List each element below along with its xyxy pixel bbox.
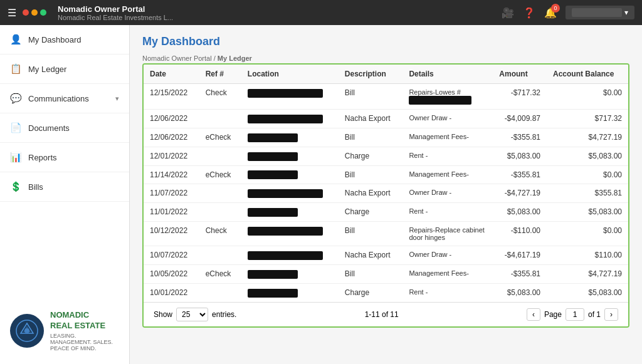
cell-balance: $110.00 [547, 246, 628, 265]
cell-amount: -$4,617.19 [493, 246, 547, 265]
svg-point-3 [24, 328, 29, 333]
cell-date: 11/01/2022 [144, 203, 199, 222]
notification-icon[interactable]: 🔔 0 [544, 7, 557, 19]
table-row: 12/06/2022Nacha ExportOwner Draw --$4,00… [144, 110, 628, 128]
hamburger-icon[interactable]: ☰ [8, 7, 16, 19]
prev-page-button[interactable]: ‹ [527, 308, 540, 321]
col-ref: Ref # [199, 65, 241, 84]
bills-icon: 💲 [10, 181, 22, 192]
logo-svg [16, 320, 38, 342]
sidebar-item-dashboard[interactable]: 👤 My Dashboard [0, 25, 129, 55]
page-title: My Dashboard [142, 35, 629, 48]
cell-balance: $5,083.00 [547, 203, 628, 222]
pagination: ‹ Page of 1 › [527, 308, 618, 321]
cell-description: Nacha Export [339, 110, 403, 128]
logo-text-block: NOMADICREAL ESTATE LEASING. MANAGEMENT. … [50, 310, 119, 351]
documents-icon: 📄 [10, 122, 22, 133]
redacted-details [409, 96, 471, 105]
table-row: 10/01/2022ChargeRent -$5,083.00$5,083.00 [144, 283, 628, 301]
cell-location [241, 165, 339, 184]
sidebar-label-documents: Documents [28, 123, 119, 133]
redacted-location [248, 251, 323, 260]
entries-select[interactable]: 25 50 100 [176, 308, 208, 321]
cell-balance: $4,727.19 [547, 264, 628, 283]
breadcrumb-portal: Nomadic Owner Portal [142, 55, 212, 62]
topbar-right: 🎥 ❓ 🔔 0 ▾ [502, 6, 634, 19]
sidebar-item-ledger[interactable]: 📋 My Ledger [0, 55, 129, 84]
cell-ref [199, 110, 241, 128]
cell-location [241, 147, 339, 165]
count-label: 1-11 of 11 [365, 310, 399, 319]
show-entries: Show 25 50 100 entries. [154, 308, 236, 321]
table-footer: Show 25 50 100 entries. 1-11 of 11 ‹ Pag… [144, 302, 628, 326]
cell-location [241, 110, 339, 128]
user-name [572, 8, 622, 17]
user-chevron: ▾ [624, 8, 628, 17]
cell-ref [199, 203, 241, 222]
cell-location [241, 84, 339, 110]
cell-ref [199, 147, 241, 165]
cell-location [241, 184, 339, 203]
redacted-location [248, 170, 298, 179]
cell-balance: $5,083.00 [547, 147, 628, 165]
cell-amount: -$355.81 [493, 128, 547, 147]
cell-date: 10/07/2022 [144, 246, 199, 265]
next-page-button[interactable]: › [604, 308, 618, 321]
notification-badge: 0 [551, 4, 560, 13]
user-menu[interactable]: ▾ [566, 6, 634, 19]
col-location: Location [241, 65, 339, 84]
table-row: 10/07/2022Nacha ExportOwner Draw --$4,61… [144, 246, 628, 265]
sidebar-label-dashboard: My Dashboard [28, 35, 119, 44]
entries-label: entries. [212, 310, 236, 319]
cell-location [241, 222, 339, 246]
details-text: Repairs-Lowes # [409, 88, 461, 96]
topbar-title: Nomadic Owner Portal Nomadic Real Estate… [58, 4, 173, 21]
cell-description: Charge [339, 283, 403, 301]
cell-details: Owner Draw - [403, 184, 493, 203]
cell-amount: -$110.00 [493, 222, 547, 246]
table-row: 12/06/2022eCheckBillManagement Fees--$35… [144, 128, 628, 147]
redacted-location [248, 189, 323, 198]
cell-details: Management Fees- [403, 264, 493, 283]
sidebar-item-bills[interactable]: 💲 Bills [0, 172, 129, 202]
cell-date: 12/15/2022 [144, 84, 199, 110]
cell-details: Owner Draw - [403, 110, 493, 128]
cell-amount: -$4,727.19 [493, 184, 547, 203]
dot-green [40, 9, 46, 16]
col-amount: Amount [493, 65, 547, 84]
sidebar-item-reports[interactable]: 📊 Reports [0, 143, 129, 172]
cell-ref: Check [199, 222, 241, 246]
main-content: My Dashboard Nomadic Owner Portal / My L… [130, 25, 642, 364]
video-icon[interactable]: 🎥 [502, 7, 514, 19]
communications-icon: 💬 [10, 93, 22, 104]
cell-ref: eCheck [199, 128, 241, 147]
logo-circle [10, 314, 44, 348]
table-row: 11/14/2022eCheckBillManagement Fees--$35… [144, 165, 628, 184]
sidebar-label-bills: Bills [28, 182, 119, 192]
cell-details: Rent - [403, 147, 493, 165]
page-input[interactable] [566, 308, 584, 321]
redacted-location [248, 89, 323, 98]
ledger-table-container: Date Ref # Location Description Details … [142, 63, 629, 328]
cell-date: 11/07/2022 [144, 184, 199, 203]
table-row: 10/12/2022CheckBillRepairs-Replace cabin… [144, 222, 628, 246]
help-icon[interactable]: ❓ [523, 7, 535, 19]
sidebar-item-documents[interactable]: 📄 Documents [0, 113, 129, 143]
cell-location [241, 264, 339, 283]
sidebar-item-communications[interactable]: 💬 Communications ▾ [0, 84, 129, 113]
cell-date: 12/06/2022 [144, 128, 199, 147]
topbar-left: ☰ Nomadic Owner Portal Nomadic Real Esta… [8, 4, 173, 21]
cell-amount: -$4,009.87 [493, 110, 547, 128]
sidebar-logo: NOMADICREAL ESTATE LEASING. MANAGEMENT. … [0, 298, 129, 364]
cell-details: Repairs-Lowes # [403, 84, 493, 110]
cell-description: Charge [339, 147, 403, 165]
dashboard-icon: 👤 [10, 34, 22, 45]
cell-amount: -$355.81 [493, 165, 547, 184]
cell-amount: -$355.81 [493, 264, 547, 283]
ledger-icon: 📋 [10, 63, 22, 75]
cell-date: 12/06/2022 [144, 110, 199, 128]
cell-details: Management Fees- [403, 128, 493, 147]
redacted-location [248, 208, 298, 217]
table-row: 12/01/2022ChargeRent -$5,083.00$5,083.00 [144, 147, 628, 165]
sidebar-label-communications: Communications [28, 94, 109, 103]
